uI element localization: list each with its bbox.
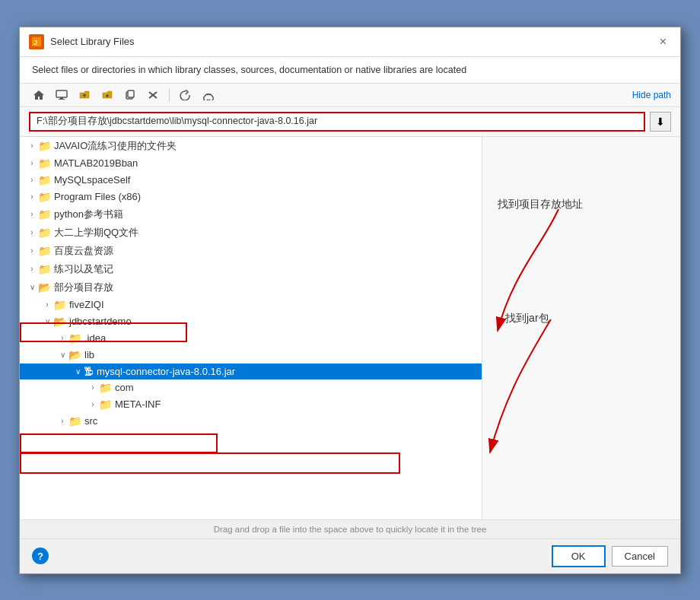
select-library-dialog: J Select Library Files × Select files or…	[19, 27, 681, 574]
tree-label-javaio: JAVAIO流练习使用的文件夹	[54, 139, 177, 153]
desktop-button[interactable]	[52, 87, 72, 103]
bottom-bar: ? OK Cancel	[20, 538, 680, 573]
dialog-icon: J	[29, 34, 44, 49]
main-area: › 📁 JAVAIO流练习使用的文件夹 › 📁 MATLAB2019Bban ›…	[20, 137, 680, 519]
tree-label-mysql: MySQLspaceSelf	[54, 174, 130, 186]
tree-panel: › 📁 JAVAIO流练习使用的文件夹 › 📁 MATLAB2019Bban ›…	[20, 137, 482, 519]
tree-label-src: src	[84, 415, 97, 427]
tree-item-daxue[interactable]: › 📁 大二上学期QQ文件	[20, 224, 482, 242]
copy-button[interactable]	[120, 87, 140, 103]
chevron-lib[interactable]: ∨	[56, 351, 68, 359]
tree-label-lib: lib	[84, 349, 94, 360]
tree-item-mysql[interactable]: › 📁 MySQLspaceSelf	[20, 172, 482, 189]
tree-label-programfiles: Program Files (x86)	[54, 191, 141, 202]
title-bar: J Select Library Files ×	[20, 27, 680, 57]
chevron-python[interactable]: ›	[26, 210, 38, 218]
chevron-idea[interactable]: ›	[56, 334, 68, 342]
folder-icon-daxue: 📁	[38, 227, 51, 239]
close-button[interactable]: ×	[655, 33, 671, 50]
tree-item-matlab[interactable]: › 📁 MATLAB2019Bban	[20, 155, 482, 172]
folder-icon-lianxi: 📁	[38, 263, 51, 275]
svg-rect-4	[59, 99, 65, 100]
tree-item-lianxi[interactable]: › 📁 练习以及笔记	[20, 260, 482, 278]
refresh-button[interactable]	[176, 87, 196, 103]
tree-label-metainf: META-INF	[115, 398, 161, 410]
folder-icon-lib: 📂	[68, 349, 81, 361]
tree-item-lib[interactable]: ∨ 📂 lib	[20, 347, 482, 363]
svg-rect-3	[60, 97, 63, 99]
folder-icon-src: 📁	[68, 415, 81, 427]
drag-hint: Drag and drop a file into the space abov…	[20, 519, 680, 538]
home-button[interactable]	[29, 87, 49, 103]
tree-label-jdbcstartdemo: jdbcstartdemo	[69, 316, 132, 327]
tree-label-lianxi: 练习以及笔记	[54, 262, 113, 276]
folder-icon-programfiles: 📁	[38, 191, 51, 203]
help-button[interactable]: ?	[32, 548, 49, 564]
tree-item-mysql-jar[interactable]: ∨ 🗜 mysql-connector-java-8.0.16.jar	[20, 363, 482, 379]
folder-icon-com: 📁	[99, 382, 112, 394]
tree-item-fiveziqi[interactable]: › 📁 fiveZIQI	[20, 297, 482, 313]
path-row: ⬇	[20, 107, 680, 137]
chevron-javaio[interactable]: ›	[26, 141, 38, 150]
tree-label-python: python参考书籍	[54, 208, 123, 221]
folder-up-button[interactable]	[75, 87, 94, 103]
ok-button[interactable]: OK	[552, 545, 606, 567]
annotation-text-2: 找到jar包	[505, 312, 549, 325]
chevron-src[interactable]: ›	[56, 417, 68, 425]
tree-label-baidu: 百度云盘资源	[54, 244, 113, 258]
folder-icon-metainf: 📁	[99, 398, 112, 411]
annotation-arrow-2	[482, 274, 665, 464]
tree-label-fiveziqi: fiveZIQI	[69, 299, 104, 310]
tree-label-mysql-jar: mysql-connector-java-8.0.16.jar	[97, 366, 235, 377]
tree-item-python[interactable]: › 📁 python参考书籍	[20, 205, 482, 224]
tree-label-idea: .idea	[84, 332, 106, 344]
tree-item-idea[interactable]: › 📁 .idea	[20, 330, 482, 347]
svg-rect-2	[56, 90, 67, 97]
chevron-mysql-jar[interactable]: ∨	[72, 367, 84, 376]
folder-icon-mysql: 📁	[38, 174, 51, 186]
folder-icon-javaio: 📁	[38, 140, 51, 152]
tree-item-baidu[interactable]: › 📁 百度云盘资源	[20, 242, 482, 260]
annotation-text-1: 找到项目存放地址	[498, 198, 583, 211]
tree-item-bfxm[interactable]: ∨ 📂 部分项目存放	[20, 278, 482, 297]
tree-item-src[interactable]: › 📁 src	[20, 413, 482, 430]
chevron-daxue[interactable]: ›	[26, 228, 38, 237]
svg-text:J: J	[33, 39, 37, 46]
folder-icon-idea: 📁	[68, 332, 81, 344]
chevron-com[interactable]: ›	[87, 383, 99, 392]
delete-button[interactable]	[143, 87, 163, 103]
annotation-area: 找到项目存放地址 找到jar包	[482, 137, 680, 519]
chevron-metainf[interactable]: ›	[87, 400, 99, 408]
folder-icon-matlab: 📁	[38, 157, 51, 170]
chevron-mysql[interactable]: ›	[26, 176, 38, 184]
path-download-button[interactable]: ⬇	[650, 112, 671, 132]
chevron-matlab[interactable]: ›	[26, 159, 38, 167]
toolbar: Hide path	[20, 84, 680, 107]
dialog-subtitle: Select files or directories in which lib…	[20, 57, 680, 84]
chevron-lianxi[interactable]: ›	[26, 265, 38, 273]
chevron-fiveziqi[interactable]: ›	[41, 300, 53, 309]
tree-item-javaio[interactable]: › 📁 JAVAIO流练习使用的文件夹	[20, 137, 482, 155]
link-button[interactable]	[199, 87, 218, 103]
folder-icon-python: 📁	[38, 208, 51, 221]
hide-path-button[interactable]: Hide path	[632, 90, 671, 100]
new-folder-button[interactable]	[97, 87, 117, 103]
folder-icon-fiveziqi: 📁	[53, 299, 66, 311]
tree-label-daxue: 大二上学期QQ文件	[54, 226, 138, 240]
tree-item-metainf[interactable]: › 📁 META-INF	[20, 396, 482, 413]
tree-item-com[interactable]: › 📁 com	[20, 379, 482, 396]
cancel-button[interactable]: Cancel	[612, 546, 668, 567]
dialog-title: Select Library Files	[50, 36, 649, 47]
tree-label-bfxm: 部分项目存放	[54, 281, 113, 294]
path-input[interactable]	[29, 112, 645, 132]
folder-icon-baidu: 📁	[38, 245, 51, 257]
chevron-bfxm[interactable]: ∨	[26, 283, 38, 291]
chevron-programfiles[interactable]: ›	[26, 192, 38, 201]
tree-item-programfiles[interactable]: › 📁 Program Files (x86)	[20, 189, 482, 205]
tree-item-jdbcstartdemo[interactable]: ∨ 📂 jdbcstartdemo	[20, 313, 482, 330]
chevron-baidu[interactable]: ›	[26, 246, 38, 255]
tree-label-matlab: MATLAB2019Bban	[54, 157, 138, 169]
folder-icon-bfxm: 📂	[38, 281, 51, 294]
separator-1	[169, 88, 170, 102]
chevron-jdbcstartdemo[interactable]: ∨	[41, 317, 53, 325]
